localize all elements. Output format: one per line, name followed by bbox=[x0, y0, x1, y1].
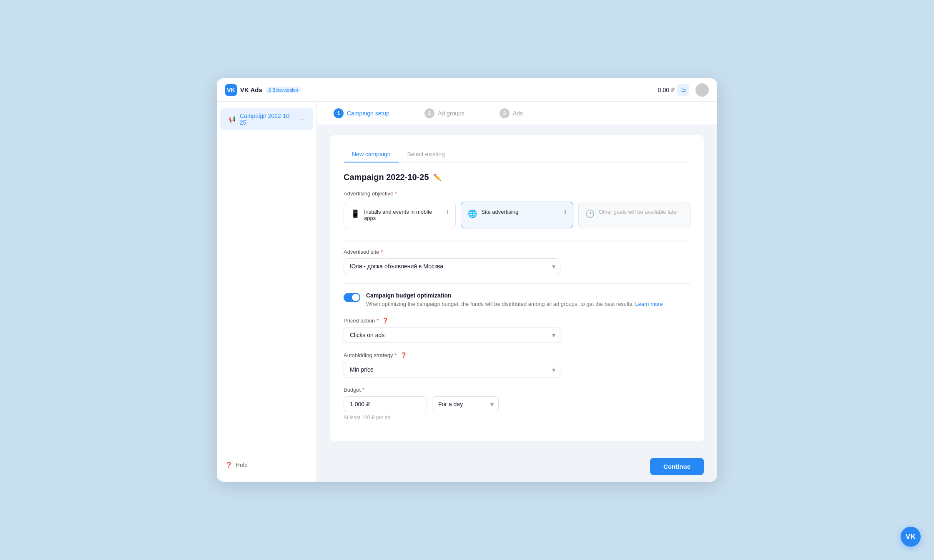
step-3[interactable]: 3 Ads bbox=[500, 108, 523, 118]
user-avatar[interactable] bbox=[695, 83, 709, 97]
tab-row: New campaign Select existing bbox=[344, 147, 690, 162]
sidebar-campaign-label: Campaign 2022-10-25 bbox=[240, 112, 295, 126]
step-3-label: Ads bbox=[513, 110, 523, 117]
app-name: VK Ads bbox=[240, 86, 262, 93]
budget-optimization-section: Campaign budget optimization When optimi… bbox=[344, 292, 690, 308]
sidebar-bottom: ❓ Help bbox=[217, 455, 316, 475]
help-label: Help bbox=[236, 462, 248, 468]
priced-action-info-icon: ❓ bbox=[382, 318, 389, 324]
budget-period-select[interactable]: For a day For all time bbox=[432, 396, 499, 412]
advertised-site-label: Advertised site * bbox=[344, 249, 690, 255]
step-1-circle: 1 bbox=[334, 108, 344, 118]
objective-row: 📱 Installs and events in mobile apps ℹ 🌐… bbox=[344, 202, 690, 228]
budget-label: Budget * bbox=[344, 387, 690, 393]
main-card: New campaign Select existing Campaign 20… bbox=[330, 135, 704, 441]
divider-2 bbox=[344, 283, 690, 284]
edit-title-icon[interactable]: ✏️ bbox=[433, 173, 442, 181]
step-divider-2 bbox=[470, 113, 495, 113]
help-item[interactable]: ❓ Help bbox=[225, 462, 308, 468]
priced-action-label: Priced action * ❓ bbox=[344, 318, 690, 324]
budget-row: For a day For all time ▾ bbox=[344, 396, 560, 412]
continue-button[interactable]: Continue bbox=[650, 458, 704, 475]
objective-other-label: Other goals will be available later bbox=[599, 209, 678, 215]
autobidding-label: Autobidding strategy * ❓ bbox=[344, 352, 690, 358]
footer-bar: Continue bbox=[317, 451, 717, 482]
toggle-row: Campaign budget optimization When optimi… bbox=[344, 292, 690, 308]
top-bar-right: 0,00 ₽ 🗂 bbox=[658, 83, 709, 97]
logo-area: VK VK Ads β Beta-version bbox=[225, 84, 653, 96]
help-circle-icon: ❓ bbox=[225, 462, 232, 468]
step-1-label: Campaign setup bbox=[347, 110, 389, 117]
budget-input[interactable] bbox=[344, 396, 427, 412]
mobile-icon: 📱 bbox=[351, 209, 360, 218]
sidebar-item-campaign[interactable]: 📢 Campaign 2022-10-25 ··· bbox=[220, 108, 313, 130]
objective-card-site[interactable]: 🌐 Site advertising ℹ bbox=[461, 202, 573, 228]
budget-hint: At least 100 ₽ per ad bbox=[344, 415, 690, 420]
step-3-circle: 3 bbox=[500, 108, 510, 118]
clock-icon: 🕐 bbox=[585, 209, 595, 218]
advertised-site-select[interactable]: Юла - доска объявлений в Москва bbox=[344, 258, 560, 274]
top-bar: VK VK Ads β Beta-version 0,00 ₽ 🗂 bbox=[217, 78, 717, 102]
toggle-text: Campaign budget optimization When optimi… bbox=[366, 292, 663, 308]
objective-label: Advertising objective * bbox=[344, 190, 690, 197]
sidebar-dots-icon[interactable]: ··· bbox=[299, 115, 305, 123]
divider-1 bbox=[344, 240, 690, 240]
content-area: New campaign Select existing Campaign 20… bbox=[317, 125, 717, 451]
tab-select-existing[interactable]: Select existing bbox=[399, 147, 453, 162]
autobidding-select[interactable]: Min price Max price bbox=[344, 362, 560, 378]
vk-logo-icon: VK bbox=[225, 84, 237, 96]
budget-optimization-desc: When optimizing the campaign budget, the… bbox=[366, 300, 663, 308]
tab-new-campaign[interactable]: New campaign bbox=[344, 147, 399, 162]
objective-card-mobile[interactable]: 📱 Installs and events in mobile apps ℹ bbox=[344, 202, 456, 228]
learn-more-link[interactable]: Learn more bbox=[635, 301, 663, 307]
priced-action-select[interactable]: Clicks on ads Impressions bbox=[344, 327, 560, 343]
objective-section: Advertising objective * 📱 Installs and e… bbox=[344, 190, 690, 228]
objective-card-other: 🕐 Other goals will be available later bbox=[578, 202, 690, 228]
step-divider-1 bbox=[394, 113, 419, 113]
objective-mobile-label: Installs and events in mobile apps bbox=[364, 209, 442, 221]
autobidding-info-icon: ❓ bbox=[400, 352, 407, 358]
priced-action-section: Priced action * ❓ Clicks on ads Impressi… bbox=[344, 318, 690, 343]
objective-site-info-icon[interactable]: ℹ bbox=[564, 209, 566, 215]
advertised-site-section: Advertised site * Юла - доска объявлений… bbox=[344, 249, 690, 274]
campaign-title-row: Campaign 2022-10-25 ✏️ bbox=[344, 172, 690, 182]
step-1[interactable]: 1 Campaign setup bbox=[334, 108, 389, 118]
budget-optimization-label: Campaign budget optimization bbox=[366, 292, 663, 299]
budget-section: Budget * For a day For all time ▾ bbox=[344, 387, 690, 420]
budget-optimization-toggle[interactable] bbox=[344, 293, 360, 302]
site-icon: 🌐 bbox=[468, 209, 477, 218]
objective-site-label: Site advertising bbox=[481, 209, 518, 215]
balance-amount: 0,00 ₽ bbox=[658, 87, 675, 93]
sidebar: 📢 Campaign 2022-10-25 ··· ❓ Help bbox=[217, 102, 317, 482]
megaphone-icon: 📢 bbox=[228, 116, 236, 122]
priced-action-dropdown[interactable]: Clicks on ads Impressions ▾ bbox=[344, 327, 560, 343]
steps-bar: 1 Campaign setup 2 Ad groups 3 Ads bbox=[317, 102, 717, 125]
wallet-icon[interactable]: 🗂 bbox=[677, 84, 689, 96]
vk-fab-button[interactable]: VK bbox=[901, 527, 921, 547]
advertised-site-dropdown[interactable]: Юла - доска объявлений в Москва ▾ bbox=[344, 258, 560, 274]
step-2-circle: 2 bbox=[424, 108, 434, 118]
right-panel: 1 Campaign setup 2 Ad groups 3 Ads bbox=[317, 102, 717, 482]
toggle-knob bbox=[352, 294, 359, 301]
step-2[interactable]: 2 Ad groups bbox=[424, 108, 464, 118]
autobidding-section: Autobidding strategy * ❓ Min price Max p… bbox=[344, 352, 690, 378]
balance-display: 0,00 ₽ 🗂 bbox=[658, 84, 689, 96]
main-layout: 📢 Campaign 2022-10-25 ··· ❓ Help 1 Campa… bbox=[217, 102, 717, 482]
required-mark: * bbox=[395, 190, 397, 197]
campaign-title: Campaign 2022-10-25 bbox=[344, 172, 429, 182]
budget-period-dropdown[interactable]: For a day For all time ▾ bbox=[432, 396, 499, 412]
step-2-label: Ad groups bbox=[438, 110, 464, 117]
beta-badge: β Beta-version bbox=[266, 87, 301, 93]
objective-mobile-info-icon[interactable]: ℹ bbox=[447, 209, 449, 215]
autobidding-dropdown[interactable]: Min price Max price ▾ bbox=[344, 362, 560, 378]
